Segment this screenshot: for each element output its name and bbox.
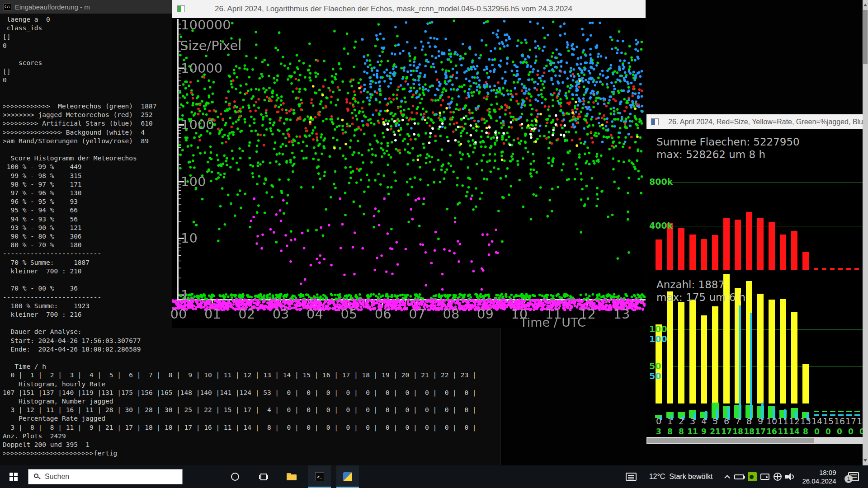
vertical-scrollbar[interactable] — [863, 0, 868, 465]
yellow-rate-bar-h12 — [791, 312, 797, 404]
x-tick-label-09: 09 — [475, 306, 495, 322]
cast-tray[interactable] — [759, 465, 771, 488]
y-tick-label-1000: 1000 — [181, 117, 214, 132]
scatter-window-titlebar[interactable]: 26. April 2024, Logarithmus der Flaechen… — [172, 0, 646, 18]
battery-icon — [734, 474, 744, 479]
red-zero-dash — [838, 268, 843, 270]
bar-window-titlebar[interactable]: 26. April 2024, Red=Size, Yellow=Rate, G… — [646, 114, 863, 129]
cmd-icon: C:\ — [4, 4, 11, 10]
bar-x-label-5: 5 — [709, 416, 721, 426]
taskbar-item-python-app[interactable] — [336, 465, 359, 488]
red-zero-dash — [830, 268, 835, 270]
bar-x-label-15: 15 — [822, 416, 834, 426]
bar-green-number-5: 21 — [709, 427, 721, 436]
bar-green-number-3: 11 — [687, 427, 698, 436]
bar-x-label-4: 4 — [698, 416, 710, 426]
vertical-scrollbar-thumb[interactable] — [863, 10, 868, 64]
scatter-points-canvas — [172, 0, 646, 328]
bar-green-number-1: 8 — [664, 427, 676, 436]
task-view-icon — [259, 474, 268, 480]
x-tick-label-02: 02 — [236, 306, 257, 322]
bar-x-label-16: 16 — [834, 416, 845, 426]
tray-overflow-button[interactable] — [722, 465, 732, 488]
red-size-bar-h2 — [678, 228, 684, 270]
x-tick-label-03: 03 — [270, 306, 291, 322]
x-tick-label-07: 07 — [407, 306, 428, 322]
taskbar-item-file-explorer[interactable] — [280, 465, 303, 488]
taskbar-item-cortana[interactable] — [224, 465, 246, 488]
red-size-bar-h4 — [701, 239, 707, 270]
axis-label-green-800k: 800k — [649, 177, 673, 187]
horizontal-scrollbar-thumb[interactable] — [647, 438, 814, 443]
gridline-800k — [668, 182, 863, 183]
taskbar-item-task-view[interactable] — [252, 465, 275, 488]
bar-green-number-14: 0 — [811, 427, 823, 436]
yellow-rate-bar-h1 — [667, 291, 673, 404]
volume-tray[interactable] — [784, 465, 797, 488]
speaker-icon — [785, 473, 796, 480]
network-tray[interactable] — [771, 465, 784, 488]
cast-icon — [760, 474, 769, 480]
green-zero-dash — [854, 411, 860, 412]
bar-green-number-12: 14 — [788, 427, 800, 436]
green-zero-dash — [838, 411, 844, 412]
bar-x-label-9: 9 — [755, 416, 766, 426]
battery-status[interactable] — [732, 465, 746, 488]
bar-x-label-8: 8 — [743, 416, 755, 426]
red-size-bar-h10 — [769, 222, 775, 270]
count-annotation: Anzahl: 1887 — [656, 279, 725, 291]
red-size-bar-h7 — [735, 220, 741, 270]
bar-chart-window[interactable]: 26. April 2024, Red=Size, Yellow=Rate, G… — [646, 114, 863, 444]
start-button[interactable] — [0, 465, 27, 488]
windows-logo-icon — [9, 473, 18, 481]
y-tick-label-100: 100 — [181, 174, 206, 189]
notification-center-button[interactable]: 1 — [844, 465, 863, 488]
red-size-bar-h0 — [656, 239, 662, 270]
red-zero-dash — [846, 268, 851, 270]
yellow-rate-bar-h5 — [712, 306, 718, 404]
bar-green-number-13: 8 — [800, 427, 811, 436]
search-input[interactable]: Suchen — [28, 469, 183, 484]
scroll-up-arrow-icon[interactable] — [863, 4, 867, 6]
bar-green-number-2: 8 — [675, 427, 687, 436]
taskbar: Suchen >_ 12°C Stark bewölkt — [0, 465, 868, 488]
axis-label-green-100: 100 — [649, 324, 667, 334]
green-zero-dash — [830, 411, 835, 412]
yellow-rate-bar-h13 — [802, 364, 809, 404]
horizontal-scrollbar[interactable] — [646, 437, 863, 444]
yellow-rate-bar-h11 — [780, 299, 786, 404]
python-app-icon — [343, 472, 352, 481]
network-globe-icon — [774, 473, 782, 481]
desktop: C:\ Eingabeaufforderung - m laenge a 0 c… — [0, 0, 868, 488]
red-size-bar-h13 — [802, 252, 809, 270]
bar-green-number-6: 17 — [721, 427, 732, 436]
bar-green-number-18: 0 — [856, 427, 863, 436]
cyan-zero-dash — [846, 414, 852, 416]
y-tick-label-10: 10 — [181, 230, 198, 246]
bar-green-number-11: 11 — [777, 427, 789, 436]
x-tick-label-01: 01 — [202, 306, 223, 322]
bar-x-label-13: 13 — [800, 416, 811, 426]
bar-green-number-9: 17 — [755, 427, 766, 436]
gridline-100 — [668, 329, 863, 330]
news-widget-button[interactable] — [623, 465, 639, 488]
bar-x-label-17: 17 — [845, 416, 857, 426]
axis-label-green-50: 50 — [649, 361, 661, 371]
taskbar-item-terminal[interactable]: >_ — [308, 465, 331, 488]
gridline-400k — [668, 226, 863, 226]
y-tick-label-1: 1 — [181, 287, 189, 303]
clock-widget[interactable]: 18:09 26.04.2024 — [798, 465, 840, 488]
yellow-rate-bar-h10 — [769, 300, 775, 404]
sum-area-annotation: Summe Flaechen: 5227950 — [656, 136, 800, 148]
x-tick-label-04: 04 — [305, 306, 326, 322]
red-size-bar-h5 — [712, 235, 718, 270]
yellow-rate-bar-h2 — [678, 302, 684, 404]
x-tick-label-08: 08 — [441, 306, 462, 322]
green-zero-dash — [814, 411, 819, 412]
nvidia-tray[interactable] — [746, 465, 759, 488]
weather-widget[interactable]: 12°C Stark bewölkt — [640, 465, 722, 488]
red-size-bar-h8 — [746, 212, 752, 270]
scroll-down-arrow-icon[interactable] — [863, 459, 867, 462]
cyan-zero-dash — [838, 414, 844, 416]
scatter-plot-window[interactable]: 1000001000010001001010001020304050607080… — [172, 0, 646, 328]
